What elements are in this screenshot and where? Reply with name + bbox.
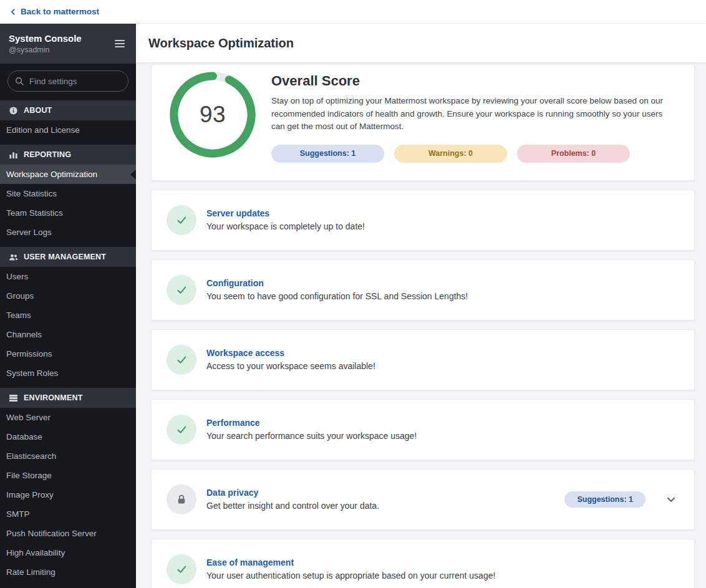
info-icon (9, 106, 18, 115)
section-label: REPORTING (24, 150, 71, 159)
sidebar-item-channels[interactable]: Channels (0, 325, 136, 344)
sidebar-item-site-statistics[interactable]: Site Statistics (0, 184, 136, 203)
sidebar-item-label: Permissions (6, 349, 52, 359)
sidebar-item-label: Workspace Optimization (6, 170, 97, 179)
check-circle (167, 345, 196, 375)
sidebar-item-team-statistics[interactable]: Team Statistics (0, 203, 136, 223)
card-title-link[interactable]: Workspace access (206, 348, 679, 358)
sidebar-item-smtp[interactable]: SMTP (0, 504, 136, 524)
main-header: Workspace Optimization (136, 24, 706, 62)
sidebar-item-edition-and-license[interactable]: Edition and License (0, 120, 136, 140)
sidebar-item-label: Server Logs (6, 228, 52, 237)
console-username: @sysadmin (9, 46, 82, 54)
sidebar-item-file-storage[interactable]: File Storage (0, 466, 136, 485)
card-description: You seem to have good configuration for … (206, 291, 679, 301)
sidebar-item-label: Channels (6, 330, 42, 339)
sidebar-item-label: Edition and License (6, 125, 80, 135)
console-identity: System Console @sysadmin (9, 33, 82, 54)
users-icon (9, 253, 18, 262)
card-workspace-access: Workspace access Access to your workspac… (151, 329, 695, 390)
check-icon (175, 213, 188, 227)
lock-icon (175, 493, 188, 506)
sidebar-item-label: Web Server (6, 413, 51, 422)
score-value: 93 (169, 71, 256, 158)
card-title-link[interactable]: Server updates (206, 208, 679, 218)
card-text: Data privacy Get better insight and cont… (206, 488, 554, 511)
sidebar-item-label: Database (6, 432, 42, 441)
sidebar-item-users[interactable]: Users (0, 267, 136, 286)
section-label: USER MANAGEMENT (24, 253, 106, 261)
overview-title: Overall Score (271, 73, 677, 89)
server-icon (9, 393, 18, 403)
sidebar-section-user-management: USER MANAGEMENT (0, 247, 136, 267)
sidebar-item-label: System Roles (6, 369, 58, 378)
check-circle (167, 205, 196, 235)
check-icon (175, 423, 188, 436)
chevron-left-icon (9, 7, 17, 16)
card-description: Access to your workspace seems available… (206, 361, 679, 371)
sidebar-item-label: High Availability (6, 548, 65, 557)
overall-score-card: 93 Overall Score Stay on top of optimizi… (151, 64, 695, 181)
warnings-count-badge: Warnings: 0 (394, 145, 507, 163)
sidebar-item-label: SMTP (6, 509, 30, 519)
app-body: System Console @sysadmin ABOUT Edition a… (0, 24, 706, 588)
sidebar-item-permissions[interactable]: Permissions (0, 344, 136, 364)
sidebar-item-label: Rate Limiting (6, 567, 56, 577)
check-icon (175, 353, 188, 367)
section-label: ENVIRONMENT (24, 393, 83, 402)
card-title-link[interactable]: Configuration (206, 278, 679, 288)
card-text: Server updates Your workspace is complet… (206, 208, 679, 231)
card-description: Get better insight and control over your… (206, 501, 554, 511)
sidebar-search (0, 64, 136, 95)
card-description: Your user authentication setup is approp… (206, 571, 679, 581)
check-circle (167, 554, 196, 584)
card-title-link[interactable]: Ease of management (206, 557, 679, 567)
back-to-mattermost-link[interactable]: Back to mattermost (9, 7, 99, 16)
card-description: Your workspace is completely up to date! (206, 221, 679, 231)
card-title-link[interactable]: Performance (206, 418, 679, 428)
check-icon (175, 283, 188, 297)
sidebar-header: System Console @sysadmin (0, 24, 136, 64)
top-bar: Back to mattermost (0, 0, 706, 24)
sidebar-item-push-notification-server[interactable]: Push Notification Server (0, 524, 136, 543)
sidebar-item-high-availability[interactable]: High Availability (0, 543, 136, 562)
score-donut: 93 (169, 71, 256, 158)
sidebar-item-label: Team Statistics (6, 208, 63, 218)
back-link-label: Back to mattermost (21, 7, 99, 16)
overview-description: Stay on top of optimizing your Mattermos… (271, 95, 677, 133)
sidebar-item-workspace-optimization[interactable]: Workspace Optimization (0, 165, 136, 184)
chevron-down-icon[interactable] (665, 494, 677, 505)
sidebar-item-label: Image Proxy (6, 490, 54, 499)
console-title: System Console (9, 33, 82, 44)
suggestions-badge: Suggestions: 1 (564, 491, 646, 508)
sidebar-item-teams[interactable]: Teams (0, 306, 136, 325)
problems-count-badge: Problems: 0 (517, 145, 630, 163)
sidebar: System Console @sysadmin ABOUT Edition a… (0, 24, 136, 588)
card-text: Workspace access Access to your workspac… (206, 348, 679, 371)
page-title: Workspace Optimization (148, 36, 294, 51)
card-actions: Suggestions: 1 (564, 491, 679, 508)
hamburger-menu-icon[interactable] (112, 37, 127, 50)
card-title-link[interactable]: Data privacy (206, 488, 554, 498)
sidebar-item-database[interactable]: Database (0, 427, 136, 446)
sidebar-item-rate-limiting[interactable]: Rate Limiting (0, 562, 136, 582)
overview-text: Overall Score Stay on top of optimizing … (271, 71, 677, 163)
sidebar-item-system-roles[interactable]: System Roles (0, 364, 136, 383)
card-text: Ease of management Your user authenticat… (206, 557, 679, 581)
sidebar-item-label: Push Notification Server (6, 529, 97, 538)
sidebar-item-web-server[interactable]: Web Server (0, 408, 136, 427)
section-label: ABOUT (24, 106, 52, 115)
card-text: Configuration You seem to have good conf… (206, 278, 679, 301)
sidebar-item-label: Teams (6, 311, 31, 320)
card-performance: Performance Your search performance suit… (151, 399, 695, 460)
main-area: Workspace Optimization 93 Overall Score … (136, 24, 706, 588)
sidebar-item-image-proxy[interactable]: Image Proxy (0, 485, 136, 504)
lock-circle (167, 484, 196, 514)
sidebar-item-server-logs[interactable]: Server Logs (0, 223, 136, 242)
sidebar-item-label: File Storage (6, 471, 52, 480)
search-icon (15, 77, 24, 86)
sidebar-item-groups[interactable]: Groups (0, 286, 136, 306)
card-data-privacy[interactable]: Data privacy Get better insight and cont… (151, 469, 695, 530)
sidebar-item-elasticsearch[interactable]: Elasticsearch (0, 446, 136, 466)
search-input[interactable] (7, 70, 128, 92)
